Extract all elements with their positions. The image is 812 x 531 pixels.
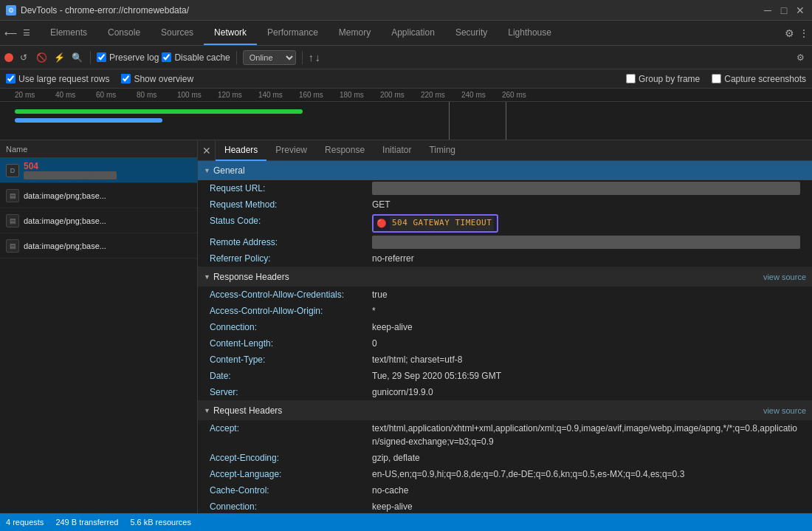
capture-screenshots-input[interactable] bbox=[712, 74, 721, 83]
transferred-size: 249 B transferred bbox=[55, 518, 118, 527]
preserve-log-checkbox[interactable]: Preserve log bbox=[97, 52, 159, 63]
general-section-header[interactable]: ▼ General bbox=[198, 161, 812, 180]
referrer-policy-row: Referrer Policy: no-referrer bbox=[198, 250, 812, 267]
group-by-frame-checkbox[interactable]: Group by frame bbox=[626, 74, 700, 84]
accept-enc-value: gzip, deflate bbox=[372, 451, 800, 465]
tab-application[interactable]: Application bbox=[381, 21, 445, 45]
tab-memory[interactable]: Memory bbox=[328, 21, 381, 45]
server-value: gunicorn/19.9.0 bbox=[372, 386, 800, 399]
upload-icon[interactable]: ↑ bbox=[309, 52, 314, 64]
content-length-label: Content-Length: bbox=[210, 337, 372, 350]
window-controls: ─ □ ✕ bbox=[762, 4, 806, 16]
preserve-log-input[interactable] bbox=[97, 52, 106, 62]
request-item-text-3: data:image/png;base... bbox=[24, 216, 106, 225]
request-item-3[interactable]: ▤ data:image/png;base... bbox=[0, 208, 197, 233]
load-bar bbox=[15, 118, 162, 123]
request-item-text-504: 504 https://example.org/status/... bbox=[24, 161, 117, 179]
request-url-504: https://example.org/status/... bbox=[24, 171, 117, 179]
download-icon[interactable]: ↓ bbox=[315, 52, 320, 64]
tick-220ms: 220 ms bbox=[421, 91, 445, 99]
tab-preview[interactable]: Preview bbox=[266, 140, 316, 161]
connection-req-row: Connection: keep-alive bbox=[198, 499, 812, 514]
network-toolbar: ↺ 🚫 ⚡ 🔍 Preserve log Disable cache Onlin… bbox=[0, 46, 812, 69]
acc-cred-value: true bbox=[372, 288, 800, 301]
separator-2 bbox=[236, 51, 237, 64]
devtools-nav-forward[interactable]: ☰ bbox=[19, 26, 34, 41]
search-button[interactable]: 🔍 bbox=[69, 50, 84, 65]
record-button[interactable] bbox=[4, 53, 13, 62]
cache-ctrl-value: no-cache bbox=[372, 484, 800, 497]
conn-resp-label: Connection: bbox=[210, 321, 372, 334]
req-method-value: GET bbox=[372, 198, 800, 211]
marker-2 bbox=[506, 102, 506, 140]
close-button[interactable]: ✕ bbox=[794, 4, 806, 16]
devtools-nav-back[interactable]: ⟵ bbox=[3, 26, 18, 41]
tab-security[interactable]: Security bbox=[445, 21, 498, 45]
content-length-value: 0 bbox=[372, 337, 800, 350]
request-icon-2: ▤ bbox=[6, 189, 19, 202]
refresh-button[interactable]: ↺ bbox=[16, 50, 31, 65]
request-list-header: Name bbox=[0, 140, 197, 158]
status-dot: 🔴 bbox=[376, 217, 387, 230]
tab-elements[interactable]: Elements bbox=[40, 21, 97, 45]
minimize-button[interactable]: ─ bbox=[762, 4, 774, 16]
tab-response[interactable]: Response bbox=[316, 140, 374, 161]
maximize-button[interactable]: □ bbox=[778, 4, 790, 16]
show-overview-input[interactable] bbox=[121, 74, 131, 83]
request-item-504[interactable]: D 504 https://example.org/status/... bbox=[0, 158, 197, 183]
tab-sources[interactable]: Sources bbox=[151, 21, 204, 45]
settings-icon[interactable]: ⚙ bbox=[785, 27, 794, 39]
tick-140ms: 140 ms bbox=[258, 91, 283, 99]
request-name-3: data:image/png;base... bbox=[24, 216, 106, 225]
network-settings-button[interactable]: ⚙ bbox=[793, 50, 808, 65]
capture-screenshots-checkbox[interactable]: Capture screenshots bbox=[712, 74, 806, 84]
tab-performance[interactable]: Performance bbox=[257, 21, 328, 45]
close-panel-button[interactable]: ✕ bbox=[198, 140, 216, 161]
right-panel: ✕ Headers Preview Response Initiator Tim… bbox=[198, 140, 812, 513]
cache-ctrl-label: Cache-Control: bbox=[210, 484, 372, 497]
status-bar: 4 requests 249 B transferred 5.6 kB reso… bbox=[0, 513, 812, 531]
filter-button[interactable]: ⚡ bbox=[52, 50, 66, 65]
img-type-icon-4: ▤ bbox=[10, 242, 16, 250]
group-by-frame-input[interactable] bbox=[626, 74, 636, 83]
clear-button[interactable]: 🚫 bbox=[34, 50, 49, 65]
accept-language-row: Accept-Language: en-US,en;q=0.9,hi;q=0.8… bbox=[198, 466, 812, 482]
content-type-label: Content-Type: bbox=[210, 353, 372, 366]
request-item-2[interactable]: ▤ data:image/png;base... bbox=[0, 183, 197, 208]
large-rows-input[interactable] bbox=[6, 74, 16, 83]
disable-cache-input[interactable] bbox=[162, 52, 171, 62]
status-code-text: 504 GATEWAY TIMEOUT bbox=[390, 216, 494, 230]
options-bar: Use large request rows Show overview Gro… bbox=[0, 69, 812, 89]
response-view-source[interactable]: view source bbox=[763, 273, 806, 281]
req-method-label: Request Method: bbox=[210, 198, 372, 211]
tab-console[interactable]: Console bbox=[97, 21, 151, 45]
doc-type-icon: D bbox=[10, 167, 16, 174]
timeline-bars bbox=[0, 102, 812, 140]
img-type-icon-2: ▤ bbox=[10, 192, 16, 199]
tab-headers[interactable]: Headers bbox=[216, 140, 266, 161]
tab-initiator[interactable]: Initiator bbox=[374, 140, 420, 161]
access-control-origin-row: Access-Control-Allow-Origin: * bbox=[198, 303, 812, 319]
request-item-4[interactable]: ▤ data:image/png;base... bbox=[0, 233, 197, 258]
show-overview-checkbox[interactable]: Show overview bbox=[121, 74, 193, 84]
tab-network[interactable]: Network bbox=[204, 21, 257, 45]
acc-cred-label: Access-Control-Allow-Credentials: bbox=[210, 288, 372, 301]
status-code-row: Status Code: 🔴 504 GATEWAY TIMEOUT bbox=[198, 213, 812, 234]
tick-80ms: 80 ms bbox=[137, 91, 156, 99]
request-item-text-4: data:image/png;base... bbox=[24, 241, 106, 250]
timeline-area[interactable]: 20 ms 40 ms 60 ms 80 ms 100 ms 120 ms 14… bbox=[0, 89, 812, 140]
accept-lang-label: Accept-Language: bbox=[210, 467, 372, 481]
request-headers-header[interactable]: ▼ Request Headers view source bbox=[198, 401, 812, 420]
tick-260ms: 260 ms bbox=[502, 91, 526, 99]
disable-cache-checkbox[interactable]: Disable cache bbox=[162, 52, 230, 63]
request-view-source[interactable]: view source bbox=[763, 406, 806, 415]
tab-lighthouse[interactable]: Lighthouse bbox=[498, 21, 562, 45]
request-triangle: ▼ bbox=[204, 407, 210, 414]
response-headers-header[interactable]: ▼ Response Headers view source bbox=[198, 267, 812, 287]
tab-timing[interactable]: Timing bbox=[420, 140, 464, 161]
more-options-icon[interactable]: ⋮ bbox=[799, 27, 809, 39]
response-triangle: ▼ bbox=[204, 273, 210, 281]
large-rows-checkbox[interactable]: Use large request rows bbox=[6, 74, 109, 84]
throttle-select[interactable]: Online Fast 3G Slow 3G Offline bbox=[243, 50, 296, 65]
content-length-row: Content-Length: 0 bbox=[198, 335, 812, 352]
